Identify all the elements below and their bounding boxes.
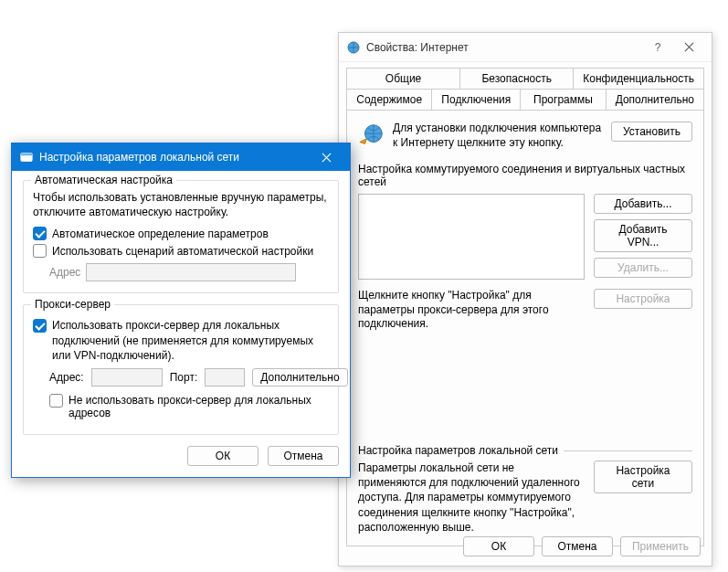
proxy-port-input[interactable] (205, 368, 245, 387)
add-vpn-button[interactable]: Добавить VPN... (594, 219, 692, 252)
tabs: Общие Безопасность Конфиденциальность Со… (339, 62, 712, 546)
add-button[interactable]: Добавить... (594, 194, 692, 214)
setup-globe-icon (358, 122, 385, 149)
help-button[interactable]: ? (642, 36, 673, 59)
delete-button: Удалить... (594, 258, 692, 278)
proxy-address-label: Адрес: (49, 371, 84, 384)
tab-programs[interactable]: Программы (521, 89, 606, 110)
auto-config-title: Автоматическая настройка (31, 174, 176, 186)
dial-connection-list[interactable] (358, 194, 585, 280)
lan-footer: ОК Отмена (23, 446, 339, 466)
tab-content[interactable]: Содержимое (346, 89, 432, 110)
inet-cancel-button[interactable]: Отмена (542, 536, 613, 556)
use-script-label: Использовать сценарий автоматической нас… (52, 245, 313, 258)
tab-connections[interactable]: Подключения (432, 89, 521, 110)
proxy-port-label: Порт: (170, 371, 198, 384)
setup-button[interactable]: Установить (611, 122, 692, 142)
tab-general[interactable]: Общие (346, 68, 460, 89)
script-address-label: Адрес (49, 266, 80, 279)
lan-settings-button[interactable]: Настройка сети (594, 461, 692, 493)
internet-properties-dialog: Свойства: Интернет ? Общие Безопасность … (338, 32, 712, 567)
use-script-checkbox[interactable] (33, 244, 47, 258)
dial-settings-button: Настройка (594, 289, 692, 309)
internet-options-icon (346, 40, 361, 55)
auto-detect-label: Автоматическое определение параметров (52, 228, 269, 240)
lan-close-button[interactable] (310, 144, 343, 170)
tab-privacy[interactable]: Конфиденциальность (574, 68, 704, 89)
lan-window-icon (19, 150, 34, 164)
auto-config-group: Автоматическая настройка Чтобы использов… (23, 180, 339, 293)
bypass-local-checkbox[interactable] (49, 394, 63, 408)
tab-advanced[interactable]: Дополнительно (607, 89, 704, 110)
inet-footer: ОК Отмена Применить (463, 536, 701, 556)
lan-title: Настройка параметров локальной сети (39, 151, 310, 164)
tab-security[interactable]: Безопасность (460, 68, 574, 89)
lan-section-text: Параметры локальной сети не применяются … (358, 461, 585, 535)
inet-apply-button: Применить (620, 536, 701, 556)
bypass-local-label: Не использовать прокси-сервер для локаль… (69, 394, 329, 419)
dial-section-label: Настройка коммутируемого соединения и ви… (358, 163, 692, 188)
proxy-advanced-button[interactable]: Дополнительно (252, 368, 347, 387)
inet-title: Свойства: Интернет (366, 41, 642, 54)
lan-settings-dialog: Настройка параметров локальной сети Авто… (11, 143, 351, 478)
auto-detect-checkbox[interactable] (33, 227, 47, 240)
svg-rect-3 (21, 154, 32, 156)
proxy-group-title: Прокси-сервер (31, 298, 114, 311)
dial-hint: Щелкните кнопку "Настройка" для параметр… (358, 289, 585, 332)
proxy-group: Прокси-сервер Использовать прокси-сервер… (23, 304, 339, 435)
close-button[interactable] (673, 36, 704, 59)
script-address-input (86, 263, 296, 281)
use-proxy-checkbox[interactable] (33, 319, 47, 333)
auto-config-info: Чтобы использовать установленные вручную… (33, 190, 329, 219)
setup-text: Для установки подключения компьютера к И… (393, 122, 604, 150)
lan-section-label: Настройка параметров локальной сети (358, 444, 692, 457)
inet-titlebar: Свойства: Интернет ? (339, 33, 712, 62)
inet-ok-button[interactable]: ОК (463, 536, 534, 556)
lan-ok-button[interactable]: ОК (187, 446, 258, 466)
proxy-address-input[interactable] (91, 368, 163, 387)
use-proxy-label: Использовать прокси-сервер для локальных… (52, 318, 329, 363)
lan-titlebar: Настройка параметров локальной сети (12, 143, 350, 171)
lan-cancel-button[interactable]: Отмена (268, 446, 339, 466)
connections-panel: Для установки подключения компьютера к И… (346, 110, 704, 546)
